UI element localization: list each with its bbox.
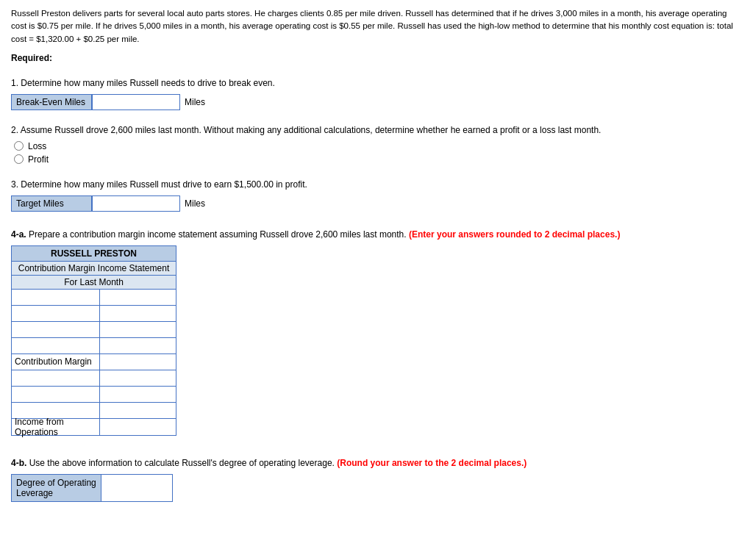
cm-input-field-9[interactable] <box>100 419 176 435</box>
cm-income-operations-label: Income from Operations <box>12 419 100 435</box>
cm-row-label-2 <box>12 306 100 321</box>
table-row <box>12 306 176 322</box>
required-label: Required: <box>11 53 742 63</box>
radio-profit-input[interactable] <box>14 154 24 164</box>
radio-loss-input[interactable] <box>14 141 24 151</box>
q4a-label-red: (Enter your answers rounded to 2 decimal… <box>409 229 620 240</box>
cm-row-label-1 <box>12 290 100 305</box>
radio-profit[interactable]: Profit <box>14 154 742 165</box>
cm-row-input-8[interactable] <box>100 403 176 418</box>
q4b-label: 4-b. Use the above information to calcul… <box>11 458 742 468</box>
radio-loss-label: Loss <box>28 141 46 151</box>
cm-input-field-3[interactable] <box>100 322 176 337</box>
radio-profit-label: Profit <box>28 154 49 165</box>
q4a-label: 4-a. Prepare a contribution margin incom… <box>11 229 742 240</box>
intro-paragraph: Russell Preston delivers parts for sever… <box>11 7 742 46</box>
cm-input-field-5[interactable] <box>100 354 176 370</box>
cm-income-operations-input[interactable] <box>100 419 176 435</box>
cm-row-input-3[interactable] <box>100 322 176 337</box>
cm-input-field-4[interactable] <box>100 338 176 353</box>
radio-loss[interactable]: Loss <box>14 141 742 151</box>
cm-row-input-6[interactable] <box>100 370 176 386</box>
cm-row-input-4[interactable] <box>100 338 176 353</box>
cm-row-label-7 <box>12 387 100 402</box>
break-even-miles-input[interactable] <box>92 94 180 110</box>
target-miles-unit: Miles <box>185 198 205 209</box>
table-row-contribution-margin: Contribution Margin <box>12 354 176 370</box>
cm-table-period: For Last Month <box>12 276 176 290</box>
cm-row-label-6 <box>12 370 100 386</box>
operating-leverage-input-cell[interactable] <box>101 475 172 501</box>
q1-label: 1. Determine how many miles Russell need… <box>11 78 742 88</box>
cm-income-statement-table: RUSSELL PRESTON Contribution Margin Inco… <box>11 245 176 436</box>
target-miles-input[interactable] <box>92 195 180 212</box>
cm-row-label-4 <box>12 338 100 353</box>
cm-table-title: Contribution Margin Income Statement <box>12 262 176 276</box>
operating-leverage-row: Degree of OperatingLeverage <box>11 474 173 502</box>
q4a-label-text: Prepare a contribution margin income sta… <box>29 229 407 240</box>
cm-input-field-8[interactable] <box>100 403 176 418</box>
table-row <box>12 338 176 354</box>
cm-row-label-3 <box>12 322 100 337</box>
cm-row-input-2[interactable] <box>100 306 176 321</box>
operating-leverage-input[interactable] <box>101 475 168 501</box>
break-even-miles-label: Break-Even Miles <box>11 94 92 110</box>
q3-label: 3. Determine how many miles Russell must… <box>11 179 742 190</box>
operating-leverage-label: Degree of OperatingLeverage <box>12 475 101 501</box>
cm-input-field-6[interactable] <box>100 370 176 386</box>
break-even-unit: Miles <box>185 97 205 107</box>
table-row <box>12 322 176 338</box>
cm-input-field-1[interactable] <box>100 290 176 305</box>
q4b-label-text: Use the above information to calculate R… <box>29 458 335 468</box>
cm-contribution-margin-label: Contribution Margin <box>12 354 100 370</box>
q4b-label-prefix: 4-b. <box>11 458 26 468</box>
q2-label: 2. Assume Russell drove 2,600 miles last… <box>11 125 742 135</box>
table-row-income-operations: Income from Operations <box>12 419 176 435</box>
cm-row-input-7[interactable] <box>100 387 176 402</box>
table-row <box>12 370 176 387</box>
cm-contribution-margin-input[interactable] <box>100 354 176 370</box>
q4a-label-prefix: 4-a. <box>11 229 26 240</box>
table-row <box>12 290 176 306</box>
target-miles-label: Target Miles <box>11 195 92 212</box>
cm-table-company: RUSSELL PRESTON <box>12 246 176 262</box>
cm-input-field-7[interactable] <box>100 387 176 402</box>
cm-input-field-2[interactable] <box>100 306 176 321</box>
q4b-label-red: (Round your answer to the 2 decimal plac… <box>337 458 527 468</box>
cm-row-label-8 <box>12 403 100 418</box>
table-row <box>12 387 176 403</box>
cm-row-input-1[interactable] <box>100 290 176 305</box>
